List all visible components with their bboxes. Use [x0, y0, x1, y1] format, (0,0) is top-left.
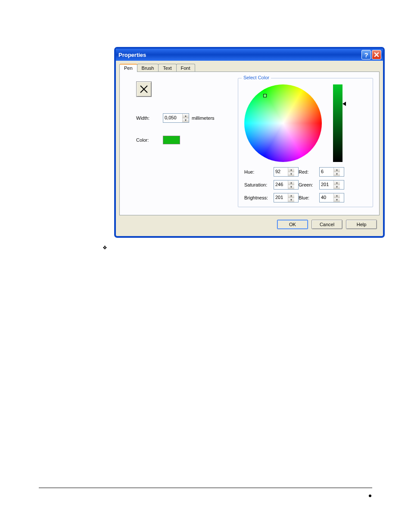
help-button[interactable]: Help [346, 220, 377, 229]
brightness-slider-handle-icon[interactable] [342, 102, 346, 106]
tabpage-pen: Width: ▲ ▼ millimeters Color: [119, 72, 380, 215]
red-input[interactable] [320, 168, 333, 175]
blue-input[interactable] [320, 193, 333, 201]
hue-spinner[interactable]: ▲▼ [274, 167, 299, 177]
tab-label: Font [181, 65, 190, 71]
color-wheel[interactable] [244, 84, 322, 162]
select-color-group: Select Color Hue: [238, 78, 373, 207]
green-label: Green: [299, 182, 319, 187]
spin-up-icon[interactable]: ▲ [288, 168, 294, 172]
brightness-spinner[interactable]: ▲▼ [274, 193, 299, 202]
color-picker-row [244, 84, 367, 162]
dialog-buttons: OK Cancel Help [119, 215, 380, 233]
brightness-label: Brightness: [244, 195, 274, 200]
blue-label: Blue: [299, 195, 319, 200]
color-values: Hue: ▲▼ Red: ▲▼ Saturation: [244, 167, 367, 202]
tab-pen[interactable]: Pen [119, 64, 137, 72]
tab-label: Text [163, 65, 171, 71]
spin-down-icon[interactable]: ▼ [182, 118, 189, 123]
spin-down-icon[interactable]: ▼ [333, 172, 340, 177]
spin-down-icon[interactable]: ▼ [333, 185, 340, 190]
pen-left-column: Width: ▲ ▼ millimeters Color: [126, 78, 238, 207]
spin-down-icon[interactable]: ▼ [288, 198, 294, 202]
saturation-spinner[interactable]: ▲▼ [274, 180, 299, 190]
spin-up-icon[interactable]: ▲ [333, 193, 340, 198]
green-input[interactable] [320, 180, 333, 188]
pen-color-row: Color: [126, 136, 238, 144]
tab-label: Brush [142, 65, 154, 71]
help-icon[interactable]: ? [361, 50, 371, 59]
dialog-body: Pen Brush Text Font Width: [116, 61, 383, 236]
color-swatch[interactable] [163, 136, 180, 144]
hue-input[interactable] [274, 168, 288, 175]
spin-up-icon[interactable]: ▲ [288, 193, 294, 198]
titlebar: Properties ? [116, 49, 383, 61]
tab-font[interactable]: Font [176, 64, 195, 72]
width-unit: millimeters [192, 115, 215, 121]
tabstrip: Pen Brush Text Font [119, 62, 380, 72]
window-title: Properties [118, 52, 361, 58]
tab-brush[interactable]: Brush [137, 64, 159, 72]
footer-dot-icon [369, 495, 371, 497]
blue-spinner[interactable]: ▲▼ [319, 193, 344, 202]
color-wheel-wrap [244, 84, 322, 162]
properties-dialog: Properties ? Pen Brush Text Font [115, 47, 384, 237]
pen-width-input[interactable] [163, 114, 182, 121]
saturation-label: Saturation: [244, 182, 274, 187]
brightness-input[interactable] [274, 193, 288, 201]
brightness-slider-wrap [333, 84, 350, 162]
pen-width-spinner[interactable]: ▲ ▼ [163, 113, 189, 123]
cancel-button[interactable]: Cancel [311, 220, 342, 229]
x-icon [140, 85, 148, 93]
pen-style-button[interactable] [136, 81, 152, 97]
red-spinner[interactable]: ▲▼ [319, 167, 344, 177]
spin-up-icon[interactable]: ▲ [288, 180, 294, 185]
spin-down-icon[interactable]: ▼ [288, 172, 294, 177]
saturation-input[interactable] [274, 180, 288, 188]
tab-text[interactable]: Text [158, 64, 176, 72]
close-icon[interactable] [372, 50, 381, 59]
tab-label: Pen [124, 65, 133, 71]
color-label: Color: [136, 137, 163, 143]
footer-rule [39, 488, 372, 488]
spin-up-icon[interactable]: ▲ [333, 180, 340, 185]
select-color-legend: Select Color [242, 75, 271, 80]
bullet-icon: ❖ [103, 245, 107, 251]
red-label: Red: [299, 169, 319, 174]
ok-button[interactable]: OK [277, 220, 308, 229]
spin-up-icon[interactable]: ▲ [333, 168, 340, 172]
spin-down-icon[interactable]: ▼ [288, 185, 294, 190]
green-spinner[interactable]: ▲▼ [319, 180, 344, 190]
color-wheel-cursor[interactable] [263, 94, 267, 97]
spin-up-icon[interactable]: ▲ [182, 114, 189, 118]
pen-width-row: Width: ▲ ▼ millimeters [126, 113, 238, 123]
spin-down-icon[interactable]: ▼ [333, 198, 340, 202]
brightness-slider[interactable] [333, 84, 342, 162]
hue-label: Hue: [244, 169, 274, 174]
width-label: Width: [136, 115, 163, 121]
